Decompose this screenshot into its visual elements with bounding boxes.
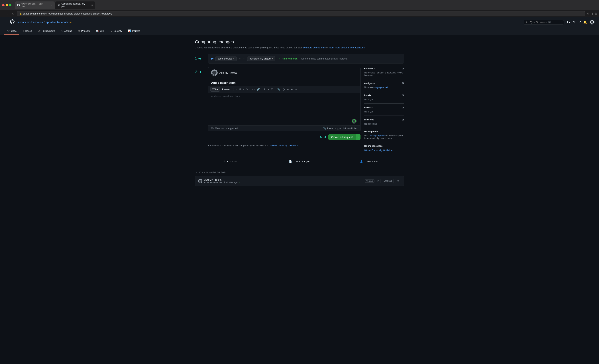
reload-button[interactable]: ↻ xyxy=(11,12,15,16)
compare-forks-link[interactable]: compare across forks xyxy=(303,46,326,49)
mention-button[interactable]: @ xyxy=(282,87,286,91)
unordered-list-button[interactable]: • xyxy=(267,87,270,91)
nav-item-actions[interactable]: ▷ Actions xyxy=(59,27,75,35)
share-icon[interactable]: ⬆ xyxy=(591,12,593,15)
community-guidelines-link[interactable]: GitHub Community Guidelines xyxy=(269,144,298,147)
maximize-button[interactable] xyxy=(9,4,11,6)
upload-files-area[interactable]: 📎 Paste, drop, or click to add files xyxy=(323,127,357,130)
tab-1[interactable]: my-project.json — app-direc... ✕ xyxy=(15,1,55,9)
reviewers-gear-icon[interactable]: ⚙ xyxy=(402,67,404,70)
link-button[interactable]: 🔗 xyxy=(256,87,261,91)
close-button[interactable] xyxy=(2,4,5,6)
pr-title-row xyxy=(208,67,360,78)
pull-requests-icon[interactable]: ⎇ xyxy=(578,20,581,24)
projects-section: Projects ⚙ None yet xyxy=(364,103,404,116)
development-header: Development xyxy=(364,130,404,133)
new-tab-button[interactable]: + xyxy=(96,1,100,9)
plus-caret-icon: ▾ xyxy=(569,20,570,24)
tab-1-close[interactable]: ✕ xyxy=(51,4,52,6)
global-search[interactable]: Type / to search / xyxy=(524,20,564,25)
browse-code-button[interactable]: <> xyxy=(395,179,401,183)
labels-gear-icon[interactable]: ⚙ xyxy=(402,94,404,97)
heading-button[interactable]: H xyxy=(235,87,238,91)
assign-yourself-link[interactable]: assign yourself xyxy=(373,86,388,89)
bold-button[interactable]: B xyxy=(238,87,242,91)
stats-row: ⎇ 1 commit 📄 7 files changed 👤 1 contrib… xyxy=(195,158,404,165)
commit-title-text: Add My Project xyxy=(204,178,241,181)
create-new-button[interactable]: + ▾ xyxy=(567,20,570,24)
commit-hash-button[interactable]: 5be9b61 xyxy=(382,179,394,183)
forward-button[interactable]: › xyxy=(6,12,9,16)
copy-hash-button[interactable]: ⎘ xyxy=(376,179,380,183)
base-branch-selector[interactable]: base: develop ▾ xyxy=(215,56,237,61)
preview-tab[interactable]: Preview xyxy=(220,87,232,91)
write-tab[interactable]: Write xyxy=(210,87,220,92)
swap-branches-button[interactable]: ← xyxy=(238,57,241,60)
nav-issues-label: Issues xyxy=(25,30,32,32)
attach-button[interactable]: 📎 xyxy=(276,87,281,91)
files-icon: 📄 xyxy=(289,160,292,163)
nav-item-insights[interactable]: 📊 Insights xyxy=(125,27,143,35)
nav-item-issues[interactable]: ○ Issues xyxy=(20,27,34,35)
ordered-list-button[interactable]: 1. xyxy=(263,87,267,91)
assignees-gear-icon[interactable]: ⚙ xyxy=(402,82,404,85)
extensions-icon[interactable]: ⧉ xyxy=(595,12,597,15)
strikethrough-button[interactable]: S xyxy=(245,87,249,91)
nav-item-security[interactable]: 🛡 Security xyxy=(107,27,125,35)
nav-item-code[interactable]: <> Code xyxy=(4,27,19,35)
italic-button[interactable]: I xyxy=(242,87,245,91)
bookmark-icon[interactable]: ☆ xyxy=(587,12,590,15)
hamburger-menu-icon[interactable]: ☰ xyxy=(4,20,7,24)
pr-form-layout: 2 ➜ 3 ➜ xyxy=(195,67,404,154)
commit-time-text: 7 minutes ago xyxy=(224,181,238,184)
search-icon xyxy=(526,21,529,23)
description-editor[interactable]: Add your description here... xyxy=(208,93,360,126)
pr-title-input[interactable] xyxy=(220,70,357,75)
page-title: Comparing changes xyxy=(195,39,404,44)
reference-button[interactable]: ↩ xyxy=(286,87,290,91)
url-bar[interactable]: 🔒 github.com/moonbeam-foundation/app-dir… xyxy=(17,11,585,16)
reviewers-text: No reviews—at least 1 approving review i… xyxy=(364,71,404,76)
back-button[interactable]: ‹ xyxy=(2,12,5,16)
editor-body-wrapper: Add your description here... xyxy=(208,93,360,126)
closing-keywords-link[interactable]: Closing keywords xyxy=(369,134,386,137)
nav-item-pull-requests[interactable]: ⎇ Pull requests xyxy=(35,27,58,35)
nav-item-projects[interactable]: ▦ Projects xyxy=(75,27,92,35)
user-avatar[interactable] xyxy=(590,20,595,25)
subtitle-period: . xyxy=(365,46,365,49)
helpful-community-link[interactable]: GitHub Community Guidelines xyxy=(364,149,393,152)
files-count: 7 xyxy=(293,160,295,163)
org-link[interactable]: moonbeam-foundation xyxy=(18,21,43,24)
pr-icon: ⎇ xyxy=(38,29,41,32)
github-logo-icon[interactable] xyxy=(10,19,15,25)
task-list-button[interactable]: ☑ xyxy=(270,87,274,91)
create-pr-dropdown-button[interactable]: ▾ xyxy=(356,134,361,140)
minimize-button[interactable] xyxy=(6,4,8,6)
commits-stat[interactable]: ⎇ 1 commit xyxy=(195,158,265,165)
issues-inbox-icon[interactable]: ⊙ xyxy=(573,20,575,24)
labels-header: Labels ⚙ xyxy=(364,94,404,97)
milestone-gear-icon[interactable]: ⚙ xyxy=(402,118,404,121)
issues-icon: ○ xyxy=(22,29,24,32)
repo-name-link[interactable]: app-directory-data xyxy=(46,21,68,24)
projects-gear-icon[interactable]: ⚙ xyxy=(402,106,404,109)
compare-branch-selector[interactable]: compare: my-project ▾ xyxy=(247,56,275,61)
nav-pr-label: Pull requests xyxy=(42,30,55,32)
redo-button[interactable]: ⇥ xyxy=(294,87,298,91)
more-options-button[interactable]: ··· xyxy=(243,57,245,60)
create-pull-request-button[interactable]: Create pull request xyxy=(328,134,356,140)
contributors-stat[interactable]: 👤 1 contributor xyxy=(334,158,404,165)
tab-2-close[interactable]: ✕ xyxy=(91,4,93,6)
upload-icon: 📎 xyxy=(323,127,326,130)
files-stat[interactable]: 📄 7 files changed xyxy=(265,158,335,165)
notifications-icon[interactable]: 🔔 xyxy=(583,20,587,24)
code-button[interactable]: <> xyxy=(251,87,255,91)
compare-arrows-icon[interactable]: ⇄ xyxy=(211,57,213,60)
tab-2[interactable]: Comparing develop...my-pro... ✕ xyxy=(55,1,95,9)
commit-left: Add My Project eshaben committed 7 minut… xyxy=(198,178,241,184)
undo-button[interactable]: ↩ xyxy=(290,87,294,91)
diff-comparisons-link[interactable]: learn more about diff comparisons xyxy=(329,46,365,49)
step-4-number: 4 xyxy=(319,135,322,139)
path-separator: / xyxy=(44,21,45,24)
nav-item-wiki[interactable]: 📖 Wiki xyxy=(93,27,107,35)
